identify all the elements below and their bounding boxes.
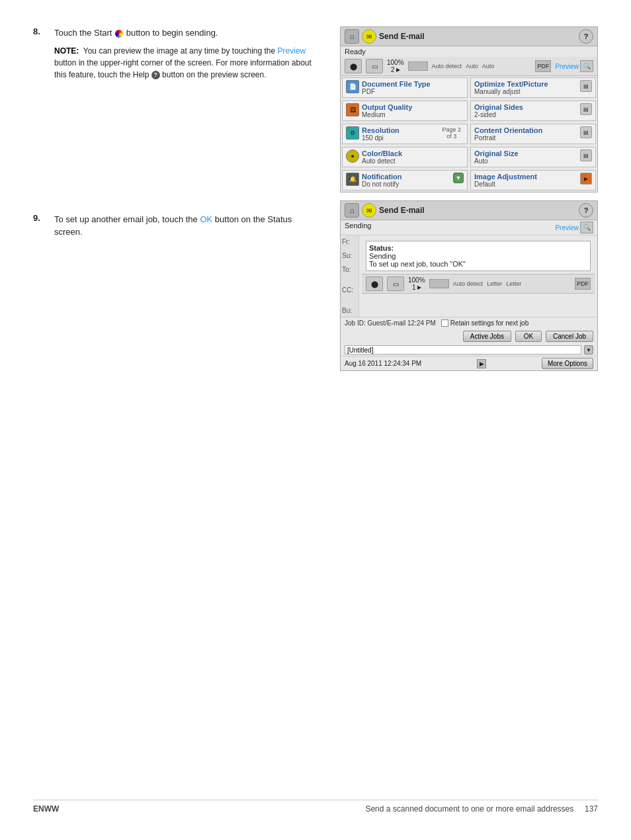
field-labels-panel: Fr: Su: To: CC: Bu: [341, 235, 359, 317]
original-sides-title: Original Sides [474, 103, 577, 111]
file-name-row: ▼ [341, 344, 597, 357]
email-icon-2: ✉ [362, 203, 376, 218]
panel-2-title: Send E-mail [379, 206, 425, 215]
doc-file-type-title: Document File Type [362, 80, 464, 88]
home-button-2[interactable]: ⌂ [345, 203, 359, 218]
auto2-label: Auto [482, 63, 495, 69]
auto-detect-label: Auto detect [432, 63, 462, 69]
letter2-label: Letter [506, 280, 521, 287]
to-label: To: [342, 266, 357, 273]
status-instruction: To set up next job, touch "OK" [369, 260, 587, 268]
grid-color-black[interactable]: ● Color/Black Auto detect [342, 147, 468, 167]
pdf-thumb: PDF [535, 60, 551, 72]
panel-send-email-sending: ⌂ ✉ Send E-mail ? Sending Preview 🔍 Fr: [340, 200, 598, 371]
optimize-text-title: Optimize Text/Picture [474, 80, 577, 88]
content-orientation-icon: ▤ [580, 126, 592, 138]
footer-description: Send a scanned document to one or more e… [365, 804, 573, 814]
color-detect-icon-2[interactable]: ⬤ [366, 276, 383, 291]
optimize-text-value: Manually adjust [474, 88, 577, 95]
page-footer: ENWW Send a scanned document to one or m… [33, 800, 598, 814]
status-info-box: Status: Sending To set up next job, touc… [366, 241, 591, 271]
color-detect-icon[interactable]: ⬤ [345, 59, 362, 73]
bcc-label: Bu: [342, 307, 357, 314]
grid-optimize-text[interactable]: Optimize Text/Picture Manually adjust ▤ [470, 77, 596, 98]
file-name-input[interactable] [345, 345, 581, 355]
zoom-percent-2: 100% [408, 276, 425, 284]
retain-checkbox[interactable]: Retain settings for next job [441, 319, 528, 327]
image-adjustment-title: Image Adjustment [474, 173, 577, 181]
grid-content-orientation[interactable]: Content Orientation Portrait ▤ [470, 124, 596, 144]
preview-button[interactable]: Preview 🔍 [555, 60, 593, 72]
output-quality-title: Output Quality [362, 103, 464, 111]
action-buttons-row: Active Jobs OK Cancel Job [341, 329, 597, 344]
retain-label: Retain settings for next job [450, 319, 528, 327]
preview-icon: 🔍 [580, 60, 593, 72]
original-sides-value: 2-sided [474, 111, 577, 118]
scroll-down-button[interactable]: ▼ [584, 345, 593, 355]
auto1-label: Auto [466, 63, 478, 69]
slider-bar-2 [429, 279, 449, 288]
original-size-icon: ▤ [580, 149, 592, 161]
auto-detect-label-2: Auto detect [453, 280, 484, 287]
home-button[interactable]: ⌂ [345, 29, 359, 44]
job-row: Job ID: Guest/E-mail 12:24 PM Retain set… [341, 317, 597, 329]
optimize-text-icon: ▤ [580, 80, 592, 92]
letter1-label: Letter [487, 280, 502, 287]
color-black-title: Color/Black [362, 149, 464, 157]
checkbox-element[interactable] [441, 319, 448, 327]
doc-size-icon-2[interactable]: ▭ [387, 276, 404, 291]
resolution-icon: ⚙ [346, 126, 359, 140]
step-9-text: To set up another email job, touch the O… [54, 213, 320, 239]
output-quality-value: Medium [362, 111, 464, 118]
slider-bar [408, 62, 428, 71]
timestamp-text: Aug 16 2011 12:24:34 PM [345, 360, 421, 367]
pdf-thumb-2: PDF [575, 278, 591, 290]
preview-button-2[interactable]: Preview 🔍 [555, 222, 593, 233]
doc-file-type-icon: 📄 [346, 80, 359, 93]
grid-resolution[interactable]: ⚙ Resolution 150 dpi Page 2of 3 [342, 124, 468, 144]
color-black-value: Auto detect [362, 157, 464, 165]
original-size-title: Original Size [474, 149, 577, 157]
panel-send-email-ready: ⌂ ✉ Send E-mail ? Ready ⬤ ▭ 100% 2 ▶ [340, 26, 598, 192]
step-9-number: 9. [33, 213, 46, 244]
panel-1-title: Send E-mail [379, 32, 425, 41]
job-id-text: Job ID: Guest/E-mail 12:24 PM [345, 319, 436, 327]
page-dropdown[interactable]: 2 ▶ [391, 66, 400, 73]
content-orientation-title: Content Orientation [474, 126, 577, 134]
cancel-job-button[interactable]: Cancel Job [546, 331, 593, 342]
notification-dropdown-icon[interactable]: ▼ [453, 173, 464, 183]
grid-original-size[interactable]: Original Size Auto ▤ [470, 147, 596, 167]
panel-1-grid: 📄 Document File Type PDF Optimize Text/P… [341, 76, 597, 192]
more-options-button[interactable]: More Options [542, 358, 593, 369]
active-jobs-button[interactable]: Active Jobs [463, 331, 511, 342]
resolution-value: 150 dpi [362, 134, 437, 142]
step-8-number: 8. [33, 26, 46, 81]
notification-title: Notification [362, 173, 450, 181]
notification-icon-grid: 🔔 [346, 173, 359, 186]
grid-image-adjustment[interactable]: Image Adjustment Default ▶ [470, 170, 596, 190]
ok-button[interactable]: OK [515, 331, 542, 342]
doc-size-icon[interactable]: ▭ [366, 59, 383, 73]
cc-label: CC: [342, 286, 357, 294]
sending-toolbar: ⬤ ▭ 100% 1 ▶ Auto detect Letter Lette [362, 274, 595, 294]
color-black-icon: ● [346, 149, 359, 163]
grid-original-sides[interactable]: Original Sides 2-sided ▤ [470, 101, 596, 121]
status-heading: Status: [369, 244, 587, 252]
grid-doc-file-type[interactable]: 📄 Document File Type PDF [342, 77, 468, 98]
grid-output-quality[interactable]: 🖼 Output Quality Medium [342, 101, 468, 121]
resolution-title: Resolution [362, 126, 437, 134]
panel-1-status: Ready [341, 46, 597, 57]
help-inline-icon: ? [151, 71, 160, 79]
doc-file-type-value: PDF [362, 88, 464, 95]
help-button-2[interactable]: ? [579, 203, 593, 218]
help-button-1[interactable]: ? [579, 29, 593, 44]
grid-notification[interactable]: 🔔 Notification Do not notify ▼ [342, 170, 468, 190]
timestamp-icon[interactable]: ▶ [477, 359, 486, 368]
sending-status-bar: Sending Preview 🔍 [341, 220, 597, 235]
page-dropdown-2[interactable]: 1 ▶ [412, 284, 421, 291]
panel-header-1: ⌂ ✉ Send E-mail ? [341, 27, 597, 46]
footer-enww: ENWW [33, 804, 59, 814]
footer-page-number: 137 [585, 804, 598, 814]
timestamp-row: Aug 16 2011 12:24:34 PM ▶ More Options [341, 357, 597, 370]
status-sending-value: Sending [369, 252, 587, 260]
